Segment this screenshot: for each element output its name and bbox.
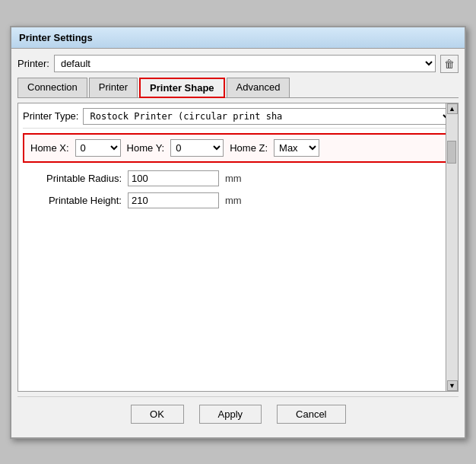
home-y-label: Home Y: <box>127 142 165 154</box>
home-y-select[interactable]: 0MinMax <box>170 139 224 157</box>
scrollbar[interactable]: ▲ ▼ <box>446 103 458 391</box>
scroll-thumb[interactable] <box>447 141 456 164</box>
dialog-body: Printer: default 🗑 Connection Printer Pr… <box>11 49 465 437</box>
delete-button[interactable]: 🗑 <box>440 55 459 73</box>
printable-height-input[interactable] <box>128 192 219 208</box>
printer-type-select[interactable]: Rostock Printer (circular print sha <box>83 108 453 125</box>
home-z-label: Home Z: <box>230 142 268 154</box>
bottom-buttons: OK Apply Cancel <box>17 396 459 431</box>
tab-printer[interactable]: Printer <box>89 78 138 97</box>
printable-radius-input[interactable] <box>128 170 219 186</box>
tab-connection[interactable]: Connection <box>17 78 87 97</box>
home-z-select[interactable]: 0MinMax <box>274 139 319 157</box>
home-x-select[interactable]: 0MinMax <box>75 139 121 157</box>
home-row: Home X: 0MinMax Home Y: 0MinMax Home Z: … <box>23 133 453 163</box>
printer-type-row: Printer Type: Rostock Printer (circular … <box>23 108 453 129</box>
printer-row: Printer: default 🗑 <box>17 55 459 73</box>
tab-printer-shape[interactable]: Printer Shape <box>139 78 225 98</box>
printer-type-label: Printer Type: <box>23 110 78 122</box>
printable-radius-label: Printable Radius: <box>23 173 122 184</box>
printable-height-label: Printable Height: <box>23 195 122 206</box>
content-inner: Printer Type: Rostock Printer (circular … <box>18 103 458 219</box>
tab-bar: Connection Printer Printer Shape Advance… <box>17 78 459 98</box>
apply-button[interactable]: Apply <box>199 405 262 424</box>
ok-button[interactable]: OK <box>131 405 184 424</box>
dialog-title: Printer Settings <box>19 32 457 43</box>
printer-select[interactable]: default <box>54 55 436 72</box>
scroll-down-arrow[interactable]: ▼ <box>447 380 458 391</box>
content-area: Printer Type: Rostock Printer (circular … <box>17 103 459 392</box>
printer-label: Printer: <box>17 58 49 69</box>
tab-advanced[interactable]: Advanced <box>227 78 290 97</box>
cancel-button[interactable]: Cancel <box>277 405 345 424</box>
printable-radius-unit: mm <box>225 173 242 184</box>
dialog-titlebar: Printer Settings <box>11 27 465 49</box>
scroll-track <box>447 114 458 380</box>
printable-radius-row: Printable Radius: mm <box>23 170 453 186</box>
printable-height-unit: mm <box>225 195 242 206</box>
scroll-up-arrow[interactable]: ▲ <box>447 103 458 114</box>
printer-settings-dialog: Printer Settings Printer: default 🗑 Conn… <box>10 26 466 439</box>
printable-height-row: Printable Height: mm <box>23 192 453 208</box>
home-x-label: Home X: <box>30 142 69 154</box>
